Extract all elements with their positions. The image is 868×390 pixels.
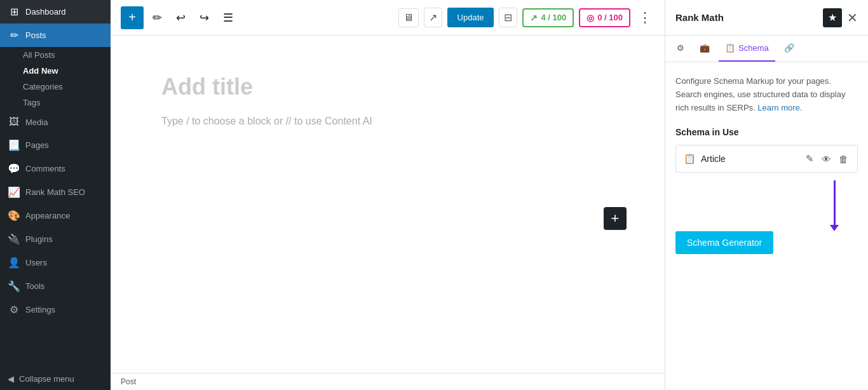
tab-seo[interactable]: 💼 [693,36,716,62]
sidebar-item-rankmath[interactable]: 📈 Rank Math SEO [0,180,111,204]
pink-score-icon: ◎ [587,13,594,23]
users-icon: 👤 [8,257,20,269]
schema-edit-button[interactable]: ✎ [804,152,815,166]
all-posts-link[interactable]: All Posts [0,47,111,63]
list-view-button[interactable]: ☰ [218,7,238,29]
green-score-icon: ↗ [530,13,538,23]
sidebar-item-pages[interactable]: 📃 Pages [0,133,111,157]
sidebar-item-dashboard[interactable]: ⊞ Dashboard [0,0,111,24]
article-schema-name: Article [701,154,726,164]
editor-content: Add title Type / to choose a block or //… [111,36,665,373]
seo-tab-icon: 💼 [700,43,710,53]
top-toolbar: + ✏ ↩ ↪ ☰ 🖥 ↗ Update ⊟ ↗ 4 / 100 ◎ 0 / 1… [111,0,665,36]
posts-submenu: All Posts Add New Categories Tags [0,47,111,111]
undo-button[interactable]: ↩ [171,7,191,29]
categories-link[interactable]: Categories [0,79,111,95]
pink-score-value: 0 / 100 [597,13,623,22]
redo-button[interactable]: ↪ [194,7,214,29]
add-new-link[interactable]: Add New [0,63,111,79]
rankmath-tabs: ⚙ 💼 📋 Schema 🔗 [665,36,868,62]
schema-tab-label: Schema [738,43,769,53]
sidebar-toggle-button[interactable]: ⊟ [499,8,517,27]
main-area: + ✏ ↩ ↪ ☰ 🖥 ↗ Update ⊟ ↗ 4 / 100 ◎ 0 / 1… [111,0,665,390]
learn-more-link[interactable]: Learn more. [757,103,802,112]
sidebar-item-label: Tools [25,281,44,291]
sidebar-item-appearance[interactable]: 🎨 Appearance [0,204,111,227]
sidebar-item-label: Posts [25,30,46,40]
schema-description: Configure Schema Markup for your pages. … [675,75,858,114]
editor-footer: Post [111,373,665,390]
score-pink-button[interactable]: ◎ 0 / 100 [579,8,630,27]
sidebar-item-label: Appearance [25,211,70,220]
update-button[interactable]: Update [447,8,494,27]
sidebar-item-settings[interactable]: ⚙ Settings [0,298,111,321]
editor-title[interactable]: Add title [161,74,614,100]
rankmath-header-actions: ★ ✕ [823,8,858,27]
tags-link[interactable]: Tags [0,95,111,111]
dashboard-icon: ⊞ [8,6,20,18]
schema-article-item: 📋 Article ✎ 👁 🗑 [675,145,858,173]
tab-social[interactable]: 🔗 [778,36,801,62]
rankmath-close-button[interactable]: ✕ [847,10,858,25]
article-schema-icon: 📋 [684,153,696,165]
tab-schema[interactable]: 📋 Schema [719,36,775,62]
schema-generator-button[interactable]: Schema Generator [675,231,773,254]
plugins-icon: 🔌 [8,233,20,245]
sidebar-item-posts[interactable]: ✏ Posts [0,24,111,47]
rankmath-title: Rank Math [675,12,724,23]
footer-post-label: Post [121,377,136,386]
sidebar-item-media[interactable]: 🖼 Media [0,111,111,133]
rankmath-panel: Rank Math ★ ✕ ⚙ 💼 📋 Schema 🔗 Configure S… [665,0,868,390]
settings-icon: ⚙ [8,304,20,316]
schema-item-left: 📋 Article [684,153,726,165]
tab-settings[interactable]: ⚙ [670,36,691,62]
collapse-icon: ◀ [8,374,14,384]
preview-mobile-button[interactable]: 🖥 [398,8,419,27]
sidebar-item-label: Settings [25,305,55,314]
rankmath-body: Configure Schema Markup for your pages. … [665,62,868,390]
purple-arrow-annotation [675,180,858,231]
schema-in-use-title: Schema in Use [675,127,858,137]
toolbar-left: + ✏ ↩ ↪ ☰ [121,6,238,29]
sidebar-item-label: Users [25,258,47,267]
add-block-floating-button[interactable]: + [604,207,627,230]
rankmath-star-button[interactable]: ★ [823,8,842,27]
appearance-icon: 🎨 [8,210,20,222]
social-tab-icon: 🔗 [784,43,794,53]
sidebar-item-tools[interactable]: 🔧 Tools [0,274,111,298]
sidebar-item-label: Plugins [25,234,53,244]
toolbar-right: 🖥 ↗ Update ⊟ ↗ 4 / 100 ◎ 0 / 100 ⋮ [398,7,654,29]
sidebar: ⊞ Dashboard ✏ Posts All Posts Add New Ca… [0,0,111,390]
edit-button[interactable]: ✏ [147,7,167,29]
green-score-value: 4 / 100 [541,13,566,22]
media-icon: 🖼 [8,116,20,128]
schema-preview-button[interactable]: 👁 [820,152,832,166]
sidebar-item-label: Dashboard [25,7,66,17]
schema-delete-button[interactable]: 🗑 [837,152,850,166]
sidebar-item-plugins[interactable]: 🔌 Plugins [0,227,111,251]
comments-icon: 💬 [8,163,20,175]
sidebar-item-label: Comments [25,164,65,173]
tools-icon: 🔧 [8,280,20,292]
schema-tab-icon: 📋 [725,43,735,53]
settings-tab-icon: ⚙ [677,43,684,53]
preview-button[interactable]: ↗ [424,8,442,27]
rankmath-header: Rank Math ★ ✕ [665,0,868,36]
add-block-button[interactable]: + [121,6,144,29]
sidebar-item-label: Rank Math SEO [25,187,85,197]
sidebar-item-label: Pages [25,140,49,150]
more-options-button[interactable]: ⋮ [635,7,654,29]
collapse-label: Collapse menu [19,374,74,384]
sidebar-item-users[interactable]: 👤 Users [0,251,111,274]
schema-item-actions: ✎ 👁 🗑 [804,152,850,166]
posts-icon: ✏ [8,29,20,41]
sidebar-item-comments[interactable]: 💬 Comments [0,157,111,180]
pages-icon: 📃 [8,139,20,151]
editor-placeholder: Type / to choose a block or // to use Co… [161,116,614,127]
score-green-button[interactable]: ↗ 4 / 100 [522,8,574,27]
rankmath-icon: 📈 [8,186,20,198]
collapse-menu[interactable]: ◀ Collapse menu [0,368,111,390]
sidebar-item-label: Media [25,118,48,127]
